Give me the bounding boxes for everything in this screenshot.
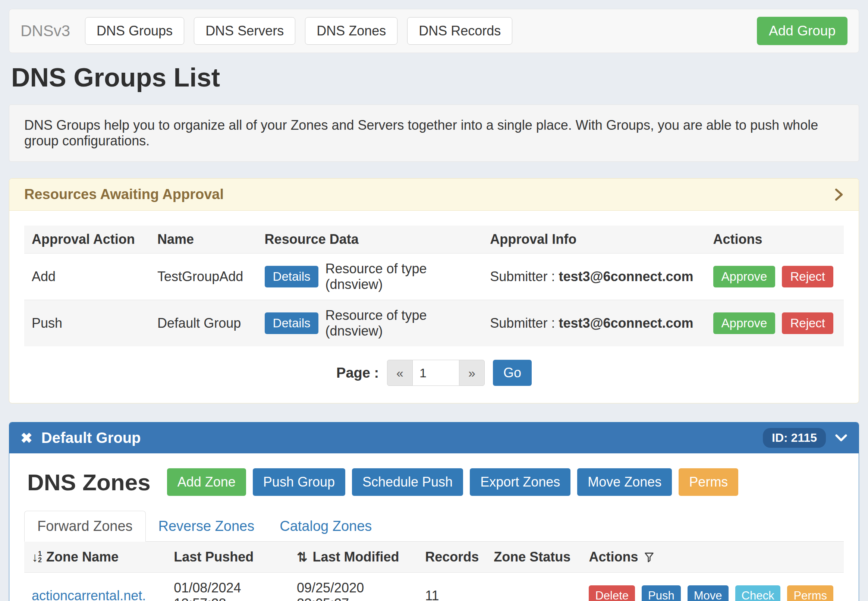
export-zones-button[interactable]: Export Zones — [470, 468, 571, 496]
submitter-email: test3@6connect.com — [558, 269, 693, 284]
page-label: Page : — [336, 365, 379, 381]
delete-zone-button[interactable]: Delete — [589, 585, 635, 601]
zones-tabs: Forward Zones Reverse Zones Catalog Zone… — [24, 511, 844, 542]
approve-button[interactable]: Approve — [713, 266, 775, 287]
move-zones-button[interactable]: Move Zones — [577, 468, 672, 496]
page-root: DNSv3 DNS Groups DNS Servers DNS Zones D… — [0, 0, 868, 601]
col-approval-info: Approval Info — [482, 226, 705, 253]
submitter-label: Submitter : — [490, 316, 555, 331]
nav-dns-groups[interactable]: DNS Groups — [85, 17, 184, 45]
submitter-label: Submitter : — [490, 269, 555, 284]
approval-header-row: Approval Action Name Resource Data Appro… — [24, 226, 844, 253]
group-panel-header: ✖ Default Group ID: 2115 — [9, 423, 859, 453]
prev-page-button[interactable]: « — [387, 360, 413, 386]
top-navbar: DNSv3 DNS Groups DNS Servers DNS Zones D… — [9, 9, 859, 53]
approval-row: Add TestGroupAdd Details Resource of typ… — [24, 253, 844, 300]
approval-name: Default Group — [150, 300, 257, 347]
page-input[interactable] — [413, 360, 459, 386]
approval-panel-body: Approval Action Name Resource Data Appro… — [9, 211, 859, 403]
move-zone-button[interactable]: Move — [688, 585, 729, 601]
tab-catalog-zones[interactable]: Catalog Zones — [267, 511, 384, 542]
tab-forward-zones[interactable]: Forward Zones — [24, 511, 146, 542]
zone-row: actioncarrental.net. 01/08/2024 13:57:28… — [24, 573, 844, 601]
zones-header-row: ↓ 12 Zone Name Last Pushed ⇅ Last Modifi… — [24, 542, 844, 573]
reject-button[interactable]: Reject — [782, 313, 833, 334]
zone-name-link[interactable]: actioncarrental.net. — [32, 588, 146, 601]
check-zone-button[interactable]: Check — [735, 585, 781, 601]
reject-button[interactable]: Reject — [782, 266, 833, 287]
go-button[interactable]: Go — [493, 360, 532, 386]
dns-zones-heading: DNS Zones — [27, 469, 151, 496]
details-button[interactable]: Details — [265, 266, 319, 287]
approval-action: Push — [24, 300, 150, 347]
nav-dns-zones[interactable]: DNS Zones — [305, 17, 397, 45]
col-approval-action: Approval Action — [24, 226, 150, 253]
schedule-push-button[interactable]: Schedule Push — [352, 468, 463, 496]
approval-name: TestGroupAdd — [150, 253, 257, 300]
zones-toolbar: DNS Zones Add Zone Push Group Schedule P… — [24, 468, 844, 496]
filter-icon[interactable] — [644, 551, 654, 563]
sort-updown-icon[interactable]: ⇅ — [297, 549, 308, 564]
records-count: 11 — [418, 573, 486, 601]
nav-dns-records[interactable]: DNS Records — [407, 17, 512, 45]
details-button[interactable]: Details — [265, 313, 319, 334]
submitter-email: test3@6connect.com — [558, 316, 693, 331]
nav-dns-servers[interactable]: DNS Servers — [194, 17, 295, 45]
last-pushed-value: 01/08/2024 13:57:28 — [166, 573, 289, 601]
approval-table: Approval Action Name Resource Data Appro… — [24, 226, 844, 346]
col-zone-status: Zone Status — [486, 542, 581, 573]
approval-panel: Resources Awaiting Approval Approval Act… — [9, 178, 859, 403]
next-page-button[interactable]: » — [459, 360, 485, 386]
col-zone-name[interactable]: ↓ 12 Zone Name — [24, 542, 166, 573]
push-group-button[interactable]: Push Group — [253, 468, 345, 496]
pagination: Page : « » Go — [24, 360, 844, 386]
approval-row: Push Default Group Details Resource of t… — [24, 300, 844, 347]
add-zone-button[interactable]: Add Zone — [167, 468, 246, 496]
col-last-pushed: Last Pushed — [166, 542, 289, 573]
approval-panel-header[interactable]: Resources Awaiting Approval — [9, 178, 859, 211]
last-modified-value: 09/25/2020 23:05:27 — [289, 573, 418, 601]
col-name: Name — [150, 226, 257, 253]
approval-action: Add — [24, 253, 150, 300]
zone-status-value — [486, 573, 581, 601]
sort-alpha-icon[interactable]: ↓ 12 — [32, 551, 42, 563]
col-actions: Actions — [706, 226, 844, 253]
resource-data-text: Resource of type (dnsview) — [325, 261, 475, 292]
col-records: Records — [418, 542, 486, 573]
perms-button[interactable]: Perms — [679, 468, 738, 496]
group-id-badge: ID: 2115 — [763, 428, 826, 448]
resource-data-text: Resource of type (dnsview) — [325, 308, 475, 339]
add-group-button[interactable]: Add Group — [757, 17, 848, 45]
chevron-right-icon[interactable] — [834, 188, 844, 201]
app-brand: DNSv3 — [20, 22, 70, 40]
group-title: Default Group — [41, 430, 141, 446]
col-resource-data: Resource Data — [257, 226, 483, 253]
tab-reverse-zones[interactable]: Reverse Zones — [146, 511, 267, 542]
group-panel: ✖ Default Group ID: 2115 DNS Zones Add Z… — [9, 422, 859, 601]
push-zone-button[interactable]: Push — [642, 585, 681, 601]
col-zone-actions: Actions — [581, 542, 844, 573]
col-last-modified[interactable]: ⇅ Last Modified — [289, 542, 418, 573]
page-title: DNS Groups List — [11, 63, 857, 93]
approve-button[interactable]: Approve — [713, 313, 775, 334]
zones-table: ↓ 12 Zone Name Last Pushed ⇅ Last Modifi… — [24, 542, 844, 601]
group-panel-body: DNS Zones Add Zone Push Group Schedule P… — [9, 453, 859, 601]
chevron-down-icon[interactable] — [835, 433, 848, 443]
page-description: DNS Groups help you to organize all of y… — [9, 104, 859, 162]
perms-zone-button[interactable]: Perms — [787, 585, 833, 601]
close-icon[interactable]: ✖ — [20, 431, 32, 445]
approval-panel-title: Resources Awaiting Approval — [24, 186, 224, 203]
